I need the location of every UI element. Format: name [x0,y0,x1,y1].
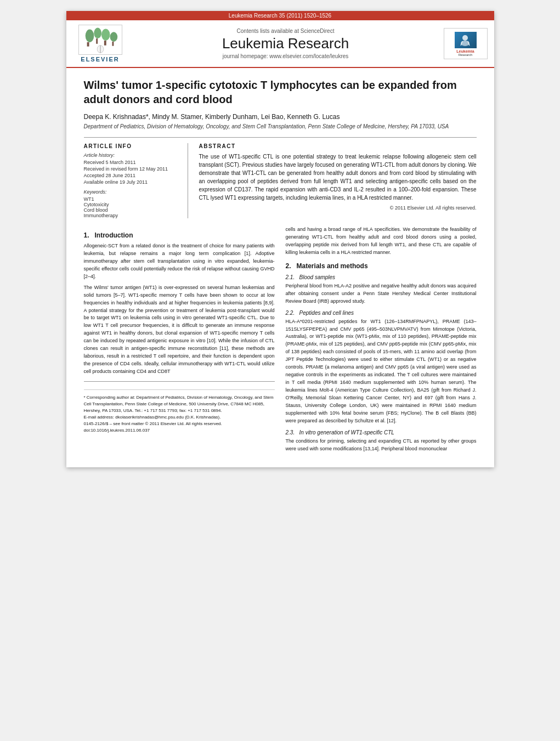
blood-para: Peripheral blood from HLA-A2 positive an… [286,282,477,306]
authors: Deepa K. Krishnadas*, Mindy M. Stamer, K… [84,113,477,121]
authors-text: Deepa K. Krishnadas*, Mindy M. Stamer, K… [84,113,340,121]
blood-section-num: 2.1. [286,274,295,280]
contents-text: Contents lists available at ScienceDirec… [237,28,335,34]
journal-header: ELSEVIER Contents lists available at Sci… [66,20,494,68]
svg-point-11 [462,35,468,41]
copyright: © 2011 Elsevier Ltd. All rights reserved… [199,205,477,211]
elsevier-logo-image [78,25,122,55]
abstract-heading: ABSTRACT [199,143,477,149]
peptides-para: HLA-A*0201-restricted peptides for WT1 (… [286,318,477,425]
citation-bar: Leukemia Research 35 (2011) 1520–1526 [66,11,494,20]
blood-section-title: Blood samples [299,274,336,280]
peptides-section-title: Peptides and cell lines [299,310,354,316]
footnote-star: * Corresponding author at: Department of… [84,394,275,414]
journal-center: Contents lists available at ScienceDirec… [133,28,438,59]
svg-rect-5 [87,42,89,47]
article-info-col: ARTICLE INFO Article history: Received 5… [84,143,188,218]
lr-icon [455,32,477,48]
article-info-abstract: ARTICLE INFO Article history: Received 5… [84,137,477,218]
footnote-doi: doi:10.1016/j.leukres.2011.06.037 [84,427,275,434]
footnote-issn: 0145-2126/$ – see front matter © 2011 El… [84,421,275,427]
blood-samples-heading: 2.1. Blood samples [286,274,477,280]
footnote-divider [84,389,275,390]
homepage-text: journal homepage: www.elsevier.com/locat… [223,53,349,59]
accepted: Accepted 28 June 2011 [84,173,180,178]
invitro-section-num: 2.3. [286,429,295,435]
peptides-section-num: 2.2. [286,310,295,316]
invitro-heading: 2.3. In vitro generation of WT1-specific… [286,429,477,435]
lr-logo-subtitle: Research [459,53,473,56]
keyword-immunotherapy: Immunotherapy [84,213,180,218]
affiliation: Department of Pediatrics, Division of He… [84,123,477,129]
methods-heading: 2. Materials and methods [286,262,477,270]
abstract-text: The use of WT1-specific CTL is one poten… [199,152,477,202]
article-history-label: Article history: [84,152,180,158]
svg-point-3 [101,29,110,41]
citation-text: Leukemia Research 35 (2011) 1520–1526 [229,13,331,19]
svg-rect-6 [96,38,98,44]
methods-title: Materials and methods [297,262,368,270]
available-online: Available online 19 July 2011 [84,179,180,185]
journal-logo-right: Leukemia Research [444,28,488,59]
elsevier-logo: ELSEVIER [73,25,128,63]
invitro-section-title: In vitro generation of WT1-specific CTL [299,429,394,435]
abstract-col: ABSTRACT The use of WT1-specific CTL is … [199,143,477,218]
article-info-heading: ARTICLE INFO [84,143,180,149]
received2: Received in revised form 12 May 2011 [84,166,180,172]
svg-rect-7 [104,41,106,46]
elsevier-text: ELSEVIER [81,56,119,63]
keyword-cord: Cord blood [84,207,180,213]
footnote-area: * Corresponding author at: Department of… [84,381,275,434]
svg-point-4 [110,32,117,42]
article-content: Wilms' tumor 1-specific cytotoxic T lymp… [66,68,494,467]
received1: Received 5 March 2011 [84,160,180,165]
svg-point-1 [85,29,94,42]
journal-title: Leukemia Research [133,35,438,52]
footnote-email: E-mail address: dkolaserikrishnadas@hmc.… [84,414,275,421]
svg-point-2 [94,28,101,39]
intro-para2: The Wilms' tumor antigen (WT1) is over-e… [84,284,275,376]
svg-rect-8 [112,42,114,46]
invitro-para: The conditions for priming, selecting an… [286,438,477,453]
right-para1: cells and having a broad range of HLA sp… [286,226,477,257]
article-title: Wilms' tumor 1-specific cytotoxic T lymp… [84,78,477,106]
keyword-wt1: WT1 [84,196,180,202]
intro-heading: 1. Introduction [84,231,275,239]
body-left-col: 1. Introduction Allogeneic-SCT from a re… [84,226,275,456]
journal-homepage: journal homepage: www.elsevier.com/locat… [133,53,438,59]
intro-number: 1. [84,231,89,239]
peptides-heading: 2.2. Peptides and cell lines [286,310,477,316]
keyword-cytotoxicity: Cytotoxicity [84,202,180,207]
page: Leukemia Research 35 (2011) 1520–1526 [66,11,494,467]
body-right-col: cells and having a broad range of HLA sp… [286,226,477,456]
methods-number: 2. [286,262,291,270]
keywords-label: Keywords: [84,189,180,195]
intro-title: Introduction [95,231,133,239]
body-section: 1. Introduction Allogeneic-SCT from a re… [84,226,477,456]
sciencedirect-line: Contents lists available at ScienceDirec… [133,28,438,34]
lr-logo-title: Leukemia [456,49,474,53]
intro-para1: Allogeneic-SCT from a related donor is t… [84,242,275,281]
